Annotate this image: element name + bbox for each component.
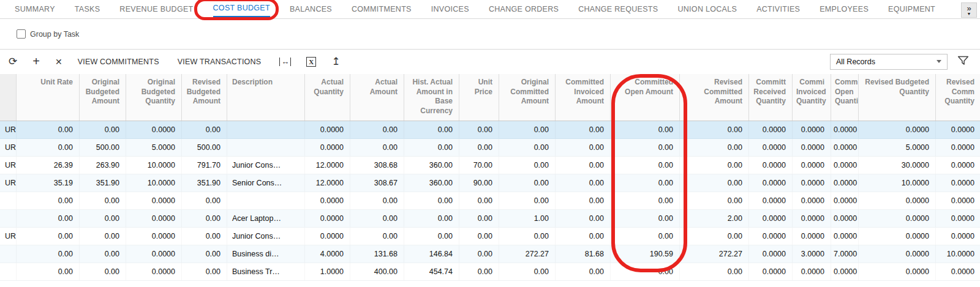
- column-header[interactable]: Committ Received Quantity: [749, 74, 793, 121]
- table-cell[interactable]: 131.68: [350, 245, 404, 263]
- table-cell[interactable]: 0.0000: [859, 210, 936, 227]
- tab-commitments[interactable]: COMMITMENTS: [352, 0, 412, 18]
- table-cell[interactable]: 0.00: [611, 139, 680, 156]
- table-cell[interactable]: [227, 139, 305, 156]
- table-cell[interactable]: 0.0000: [859, 192, 936, 209]
- table-cell[interactable]: 0.00: [350, 228, 404, 245]
- table-cell[interactable]: 0.00: [459, 228, 499, 245]
- column-header[interactable]: Actual Amount: [350, 74, 404, 121]
- table-cell[interactable]: 0.0000: [305, 121, 350, 138]
- records-filter-select[interactable]: All Records: [830, 54, 948, 70]
- fit-width-icon[interactable]: ↔: [279, 58, 291, 66]
- table-cell[interactable]: 0.00: [680, 174, 749, 192]
- table-cell[interactable]: 0.00: [680, 139, 749, 156]
- table-cell[interactable]: 0.00: [182, 210, 227, 227]
- tab-balances[interactable]: BALANCES: [290, 0, 332, 18]
- refresh-icon[interactable]: ⟳: [9, 55, 17, 68]
- table-cell[interactable]: Senior Cons…: [227, 174, 305, 192]
- table-cell[interactable]: 0.00: [499, 174, 556, 192]
- table-row[interactable]: 0.000.000.00000.000.00000.000.000.000.00…: [0, 192, 980, 210]
- table-cell[interactable]: 0.0000: [793, 192, 831, 209]
- table-cell[interactable]: 12.0000: [305, 157, 350, 174]
- delete-row-icon[interactable]: ✕: [55, 57, 62, 67]
- table-cell[interactable]: 0.00: [680, 121, 749, 138]
- column-header[interactable]: Revised Budgeted Quantity: [859, 74, 936, 121]
- view-commitments-button[interactable]: VIEW COMMITMENTS: [78, 58, 159, 66]
- table-cell[interactable]: 0.00: [499, 121, 556, 138]
- table-cell[interactable]: 2.00: [680, 210, 749, 227]
- table-cell[interactable]: 0.0000: [126, 121, 182, 138]
- table-cell[interactable]: 35.19: [17, 174, 80, 192]
- table-cell[interactable]: 0.0000: [936, 263, 980, 280]
- table-cell[interactable]: 0.0000: [749, 228, 793, 245]
- table-cell[interactable]: 0.00: [182, 228, 227, 245]
- table-cell[interactable]: 0.0000: [749, 210, 793, 227]
- table-cell[interactable]: 0.0000: [936, 139, 980, 156]
- table-cell[interactable]: 0.00: [499, 228, 556, 245]
- table-cell[interactable]: [0, 210, 17, 227]
- table-cell[interactable]: 0.00: [459, 210, 499, 227]
- table-cell[interactable]: 0.0000: [749, 192, 793, 209]
- table-cell[interactable]: 0.00: [80, 210, 126, 227]
- table-cell[interactable]: 0.00: [499, 192, 556, 209]
- table-cell[interactable]: 0.00: [556, 121, 611, 138]
- table-cell[interactable]: 0.00: [611, 157, 680, 174]
- table-cell[interactable]: 7.0000: [831, 245, 859, 263]
- table-cell[interactable]: 0.00: [556, 157, 611, 174]
- table-cell[interactable]: 0.0000: [793, 121, 831, 138]
- table-cell[interactable]: 0.00: [459, 245, 499, 263]
- column-header[interactable]: Actual Quantity: [305, 74, 350, 121]
- table-cell[interactable]: 0.00: [182, 192, 227, 209]
- table-cell[interactable]: 0.0000: [126, 192, 182, 209]
- table-cell[interactable]: 0.00: [499, 139, 556, 156]
- table-cell[interactable]: 0.00: [459, 139, 499, 156]
- column-header[interactable]: Revised Comm Quantity: [936, 74, 980, 121]
- tab-overflow-button[interactable]: » ▼: [961, 2, 977, 18]
- column-header[interactable]: Hist. Actual Amount in Base Currency: [404, 74, 459, 121]
- table-cell[interactable]: 0.0000: [831, 263, 859, 280]
- table-cell[interactable]: 0.00: [680, 192, 749, 209]
- table-cell[interactable]: UR: [0, 121, 17, 138]
- table-cell[interactable]: 4.0000: [305, 245, 350, 263]
- table-cell[interactable]: 0.00: [80, 121, 126, 138]
- table-cell[interactable]: 10.0000: [126, 174, 182, 192]
- tab-summary[interactable]: SUMMARY: [15, 0, 55, 18]
- table-cell[interactable]: 0.00: [17, 263, 80, 280]
- table-cell[interactable]: 308.68: [350, 157, 404, 174]
- table-cell[interactable]: 0.00: [350, 121, 404, 138]
- table-row[interactable]: UR0.00500.005.0000500.000.00000.000.000.…: [0, 139, 980, 157]
- table-row[interactable]: 0.000.000.00000.00Acer Laptop…0.00000.00…: [0, 210, 980, 228]
- table-cell[interactable]: 0.00: [350, 139, 404, 156]
- table-cell[interactable]: 0.00: [556, 192, 611, 209]
- table-cell[interactable]: 0.0000: [859, 263, 936, 280]
- table-cell[interactable]: 0.0000: [831, 139, 859, 156]
- column-header[interactable]: [0, 74, 17, 121]
- table-cell[interactable]: 0.00: [80, 192, 126, 209]
- table-cell[interactable]: 90.00: [459, 174, 499, 192]
- column-header[interactable]: Comm Open Quantity: [831, 74, 859, 121]
- tab-equipment[interactable]: EQUIPMENT: [888, 0, 935, 18]
- table-cell[interactable]: 0.0000: [793, 139, 831, 156]
- table-row[interactable]: UR26.39263.9010.0000791.70Junior Cons…12…: [0, 157, 980, 174]
- table-cell[interactable]: 0.00: [459, 121, 499, 138]
- table-cell[interactable]: UR: [0, 228, 17, 245]
- table-cell[interactable]: 0.0000: [793, 157, 831, 174]
- tab-change-orders[interactable]: CHANGE ORDERS: [489, 0, 559, 18]
- tab-revenue-budget[interactable]: REVENUE BUDGET: [119, 0, 193, 18]
- table-cell[interactable]: 0.0000: [126, 263, 182, 280]
- tab-activities[interactable]: ACTIVITIES: [756, 0, 800, 18]
- table-cell[interactable]: 146.84: [404, 245, 459, 263]
- column-header[interactable]: Revised Committed Amount: [680, 74, 749, 121]
- table-cell[interactable]: 0.00: [350, 192, 404, 209]
- table-cell[interactable]: 1.0000: [305, 263, 350, 280]
- table-cell[interactable]: 500.00: [80, 139, 126, 156]
- column-header[interactable]: Description: [227, 74, 305, 121]
- table-cell[interactable]: 0.00: [182, 121, 227, 138]
- table-cell[interactable]: 0.0000: [305, 192, 350, 209]
- table-cell[interactable]: 0.0000: [305, 210, 350, 227]
- table-cell[interactable]: 351.90: [80, 174, 126, 192]
- view-transactions-button[interactable]: VIEW TRANSACTIONS: [178, 58, 262, 66]
- table-cell[interactable]: 0.0000: [936, 210, 980, 227]
- table-cell[interactable]: UR: [0, 174, 17, 192]
- table-cell[interactable]: 0.00: [350, 210, 404, 227]
